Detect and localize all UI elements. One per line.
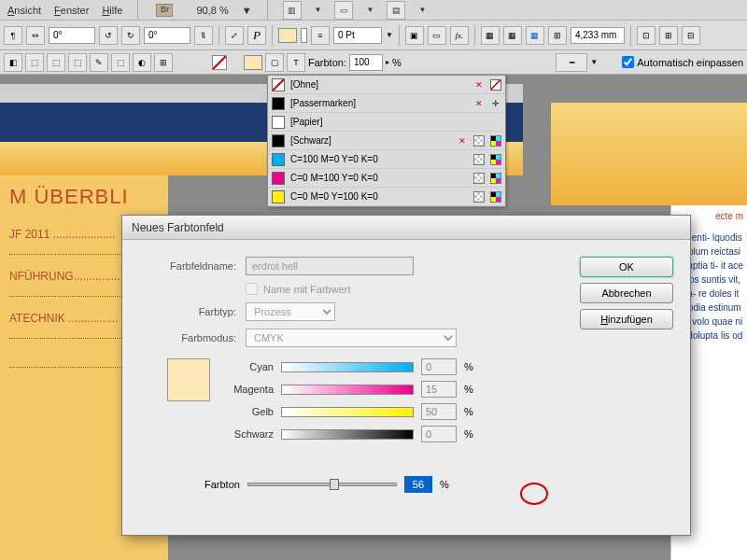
magenta-row: Magenta %: [221, 381, 561, 398]
pct-label: %: [392, 57, 402, 68]
t2-icon4[interactable]: ⬚: [68, 53, 87, 72]
yellow-label: Gelb: [221, 406, 274, 417]
pencil-lock-icon: ✕: [473, 98, 485, 109]
registration-icon: ✛: [490, 98, 501, 109]
autofit-checkbox[interactable]: [622, 56, 634, 68]
scale-icon[interactable]: ⤢: [225, 26, 244, 45]
container-icon[interactable]: ▢: [265, 53, 284, 72]
wrap-icon[interactable]: ▣: [405, 26, 424, 45]
toolbar-1: ¶ ⇔ ↺ ↻ ⥮ ⤢ P ≡ ▼ ▣ ▭ fx. ▦ ▦ ▦ ⊞ ⊡ ⊞ ⊟: [0, 21, 747, 50]
swatch-label: C=100 M=0 Y=0 K=0: [290, 154, 468, 164]
black-label: Schwarz: [221, 428, 274, 440]
fill-swatch[interactable]: [278, 28, 297, 43]
swatch-label: [Schwarz]: [290, 135, 451, 146]
t2-icon8[interactable]: ⊞: [154, 53, 173, 72]
swatch-row-magenta[interactable]: C=0 M=100 Y=0 K=0: [268, 169, 505, 188]
black-swatch-icon: [272, 134, 285, 147]
flip-v-icon[interactable]: ⥮: [194, 26, 213, 45]
fx-icon[interactable]: fx.: [450, 26, 469, 45]
ok-button[interactable]: OK: [580, 257, 673, 277]
text-icon[interactable]: T: [287, 53, 305, 72]
swatch-row-black[interactable]: [Schwarz] ✕: [268, 132, 505, 150]
swatch-row-cyan[interactable]: C=100 M=0 Y=0 K=0: [268, 150, 505, 169]
swatch-label: C=0 M=0 Y=100 K=0: [290, 191, 468, 202]
screen-mode-icon[interactable]: ▥: [283, 1, 302, 20]
farbton-slider[interactable]: [247, 483, 397, 486]
angle1-input[interactable]: [49, 27, 95, 44]
swatch-row-paper[interactable]: [Papier]: [268, 113, 505, 132]
align-r-icon[interactable]: ▦: [526, 26, 544, 45]
add-button[interactable]: Hinzufügen: [580, 309, 673, 329]
swatch-row-registration[interactable]: [Passermarken] ✕ ✛: [268, 94, 505, 113]
bridge-icon[interactable]: Br: [156, 4, 173, 17]
t2-icon3[interactable]: ⬚: [47, 53, 65, 72]
cyan-swatch-icon: [272, 153, 285, 166]
doc-band-gold-right: [551, 103, 747, 205]
farbton-label: Farbton:: [308, 57, 346, 68]
cyan-slider: [281, 362, 414, 372]
align-l-icon[interactable]: ▦: [481, 26, 500, 45]
rotate-cw-icon[interactable]: ↻: [121, 26, 140, 45]
name-with-value-label: Name mit Farbwert: [263, 284, 351, 295]
cancel-button[interactable]: Abbrechen: [580, 283, 673, 303]
fit-2-icon[interactable]: ⊞: [659, 26, 678, 45]
cyan-row: Cyan %: [221, 358, 561, 375]
swatch-row-none[interactable]: [Ohne] ✕: [268, 76, 505, 94]
dialog-title: Neues Farbtonfeld: [122, 216, 690, 240]
name-with-value-checkbox: [246, 283, 258, 295]
name-label: Farbfeldname:: [139, 260, 236, 272]
cmyk-icon: [490, 154, 501, 165]
pencil-lock-icon: ✕: [457, 135, 468, 147]
align-c-icon[interactable]: ▦: [503, 26, 522, 45]
process-icon: [473, 154, 485, 165]
t2-icon6[interactable]: ⬚: [111, 53, 130, 72]
stroke-swatch[interactable]: [301, 28, 307, 43]
fit-1-icon[interactable]: ⊡: [637, 26, 655, 45]
process-icon: [473, 135, 485, 147]
magenta-swatch-icon: [272, 172, 285, 185]
magenta-label: Magenta: [221, 384, 274, 395]
fill2-swatch[interactable]: [244, 55, 262, 70]
t2-icon5[interactable]: ✎: [90, 53, 108, 72]
cmyk-icon: [490, 135, 501, 147]
fit-3-icon[interactable]: ⊟: [682, 26, 700, 45]
nofill-swatch[interactable]: [212, 55, 227, 70]
page-title: M ÜBERBLI: [9, 185, 159, 209]
type-select: Prozess: [246, 302, 335, 321]
zoom-level[interactable]: 90,8 %: [196, 5, 228, 16]
frame-icon[interactable]: ▭: [428, 26, 446, 45]
line-style-icon[interactable]: ━: [556, 53, 587, 72]
flip-h-icon[interactable]: ⇔: [26, 26, 45, 45]
stroke-pt-input[interactable]: [333, 27, 382, 44]
menu-window[interactable]: Fenster: [54, 5, 89, 16]
name-input: [246, 257, 414, 275]
black-row: Schwarz %: [221, 426, 561, 442]
white-swatch-icon: [272, 116, 285, 129]
farbton-value-input[interactable]: [404, 476, 432, 493]
yellow-value: [421, 403, 457, 420]
char-p-icon[interactable]: P: [247, 26, 266, 45]
rotate-ccw-icon[interactable]: ↺: [99, 26, 118, 45]
t2-icon2[interactable]: ⬚: [25, 53, 44, 72]
swatches-panel: [Ohne] ✕ [Passermarken] ✕ ✛ [Papier] [Sc…: [267, 75, 506, 207]
pct-label: %: [440, 479, 449, 490]
farbton-input[interactable]: [349, 54, 383, 71]
dim-icon[interactable]: ⊞: [548, 26, 567, 45]
cyan-value: [421, 358, 457, 375]
arrange-icon[interactable]: ▭: [334, 1, 353, 20]
t2-icon7[interactable]: ◐: [133, 53, 151, 72]
toolbar-2: ◧ ⬚ ⬚ ⬚ ✎ ⬚ ◐ ⊞ ▢ T Farbton: ▸ % ━▼ Auto…: [0, 50, 747, 75]
angle2-input[interactable]: [144, 27, 190, 44]
swatch-row-yellow[interactable]: C=0 M=0 Y=100 K=0: [268, 188, 505, 206]
para-icon[interactable]: ¶: [4, 26, 22, 45]
process-icon: [473, 191, 485, 203]
black-slider: [281, 429, 414, 440]
menu-view[interactable]: AAnsichtnsicht: [7, 5, 41, 16]
view-options-icon[interactable]: ▤: [387, 1, 405, 20]
t2-icon1[interactable]: ◧: [4, 53, 22, 72]
dim-input[interactable]: [571, 27, 625, 44]
stroke-weight-icon[interactable]: ≡: [311, 26, 330, 45]
slider-thumb-icon[interactable]: [330, 479, 339, 490]
magenta-slider: [281, 385, 414, 395]
menu-help[interactable]: Hilfe: [102, 5, 122, 16]
